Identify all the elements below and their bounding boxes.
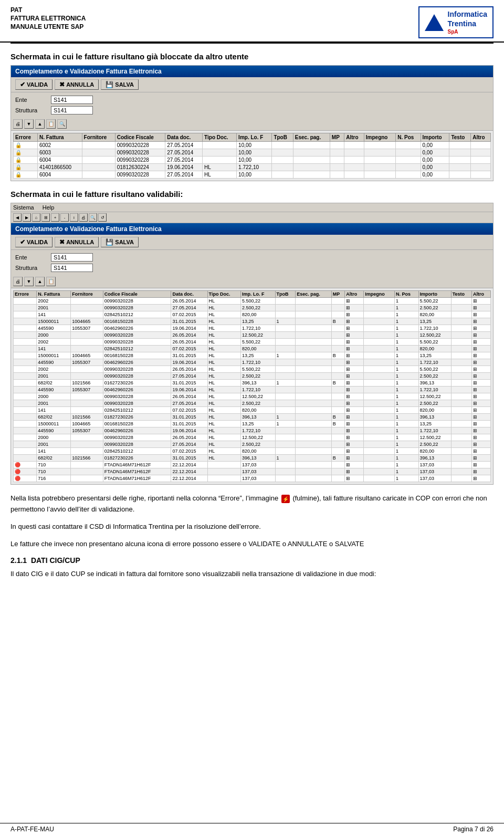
table-cell [331,298,345,305]
s2-col-testo: Testo [451,291,471,298]
table-cell [203,156,237,164]
table-cell: ⊞ [471,305,490,311]
sap2-struttura-field[interactable] [51,264,93,272]
table-cell: 1 [394,400,418,407]
table-cell: 2.500,22 [418,400,451,407]
table-cell [471,149,491,156]
table-cell [293,156,330,164]
table-cell: 820,00 [240,448,275,455]
table-cell: 1 [394,332,418,339]
sap1-icon-btn-5[interactable]: 🔍 [57,119,67,129]
sap2-find-icon[interactable]: 🔍 [89,213,97,222]
sap2-menu-sistema[interactable]: Sistema [13,204,34,211]
sap2-cmd-icon[interactable]: ⊞ [41,213,50,222]
sap1-ente-field[interactable] [51,96,93,104]
table-cell: HL [207,427,240,434]
table-cell: 00462960226 [103,427,171,434]
table-cell [275,407,296,414]
sap2-nav-back-icon[interactable]: ◀ [13,213,22,222]
sap1-salva-button[interactable]: 💾 SALVA [101,79,139,90]
table-cell: 1 [394,475,418,482]
table-cell: 22.12.2014 [171,468,207,475]
sap2-icon-2[interactable]: ▼ [24,277,34,286]
sap1-icon-btn-4[interactable]: 📋 [46,119,56,129]
sap1-annulla-button[interactable]: ✖ ANNULLA [55,79,99,90]
sap2-nav-fwd-icon[interactable]: ▶ [23,213,31,222]
table-cell: 1 [275,421,296,427]
table-cell [396,142,421,149]
table-cell [331,332,345,339]
sap1-struttura-field[interactable] [51,106,93,114]
table-cell: 1.722,10 [237,164,272,171]
sap2-ente-field[interactable] [51,253,93,262]
table-cell [330,164,344,171]
table-cell [14,448,37,455]
table-cell: 820,00 [418,407,451,414]
table-cell: 00990320228 [103,373,171,380]
sap2-icon-1[interactable]: 🖨 [13,277,23,286]
table-cell: 1 [394,380,418,387]
header-left: PAT FATTURA ELETTRONICA MANUALE UTENTE S… [10,6,86,30]
table-cell: 2.500,22 [240,400,275,407]
sap2-icon-4[interactable]: 📋 [46,277,56,286]
table-cell [71,332,103,339]
fulmine-icon [281,495,290,503]
table-cell [451,441,471,448]
sap2-plus-icon[interactable]: + [51,213,59,222]
table-cell: 00990320228 [103,305,171,311]
sap2-print-icon[interactable]: 🖨 [79,213,88,222]
sap2-info-icon[interactable]: i [70,213,78,222]
table-cell: 396,13 [418,455,451,462]
table-cell: HL [207,346,240,352]
table-cell: 02842510212 [103,448,171,455]
table-cell [331,339,345,346]
sap1-icon-btn-1[interactable]: 🖨 [13,119,23,129]
table-cell [71,305,103,311]
table-cell: ⊞ [471,325,490,332]
table-cell: ⊞ [345,298,364,305]
table-cell: 6003 [37,149,82,156]
table-cell: 00462960226 [103,359,171,366]
table-row: 682/0210215660182723022631.01.2015HL396,… [14,455,491,462]
table-cell: 00990320228 [115,171,165,179]
sap2-annulla-button[interactable]: ✖ ANNULLA [55,237,99,247]
sap2-minus-icon[interactable]: - [60,213,69,222]
table-cell: 1021566 [71,414,103,421]
table-cell [82,164,115,171]
sap1-icon-btn-2[interactable]: ▼ [24,119,34,129]
table-cell [296,359,331,366]
table-cell: 07.02.2015 [171,346,207,352]
sap2-icon-3[interactable]: ▲ [35,277,45,286]
sap1-struttura-label: Struttura [15,107,47,113]
sap-window-1: Completamento e Validazione Fattura Elet… [10,65,494,181]
table-cell: ⊞ [345,380,364,387]
table-cell: ⊞ [345,387,364,393]
col-altro2: Altro [471,133,491,142]
table-cell: B [331,380,345,387]
table-row: 20010099032022827.05.2014HL2.500,22⊞12.5… [14,441,491,448]
table-cell: 820,00 [418,346,451,352]
sap2-menu-help[interactable]: Help [43,204,55,211]
table-cell: 6002 [37,142,82,149]
sap2-salva-button[interactable]: 💾 SALVA [101,237,139,247]
sap2-home-icon[interactable]: ⌂ [32,213,40,222]
sap1-valida-button[interactable]: ✔ VALIDA [15,79,52,90]
table-cell: 2.500,22 [240,441,275,448]
table-cell: 02842510212 [103,346,171,352]
table-cell [364,475,395,482]
sap2-refresh-icon[interactable]: ↺ [98,213,107,222]
table-cell: 07.02.2015 [171,407,207,414]
sap2-valida-button[interactable]: ✔ VALIDA [15,237,52,247]
table-cell: 396,13 [418,414,451,421]
footer-left: A-PAT-FE-MAU [10,826,54,833]
table-cell [14,407,37,414]
table-cell: 6004 [37,156,82,164]
sap1-icon-btn-3[interactable]: ▲ [35,119,45,129]
table-cell [364,400,395,407]
table-cell: 10,00 [237,156,272,164]
table-cell: HL [207,421,240,427]
table-cell: ⊞ [345,434,364,441]
table-cell: 445590 [37,427,71,434]
table-cell [296,434,331,441]
table-cell: 1 [394,318,418,325]
